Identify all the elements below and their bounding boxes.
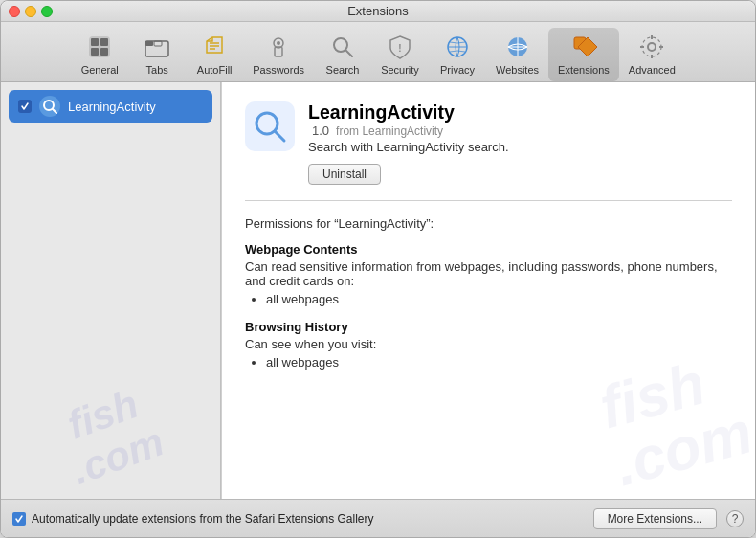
permission-section-webpage-contents: Webpage Contents Can read sensitive info… (245, 242, 732, 306)
svg-text:!: ! (398, 43, 401, 54)
extension-version: 1.0 (312, 123, 329, 138)
extension-icon (245, 101, 295, 151)
toolbar-item-websites[interactable]: Websites (486, 28, 548, 81)
extension-from: from LearningActivity (333, 124, 443, 138)
sidebar-item-name: LearningActivity (68, 100, 156, 114)
auto-update-checkbox[interactable] (12, 512, 26, 526)
toolbar-item-search[interactable]: Search (314, 28, 371, 81)
toolbar-item-autofill[interactable]: AutoFill (186, 28, 243, 81)
general-icon (84, 32, 115, 62)
search-toolbar-icon (327, 32, 358, 62)
toolbar-item-advanced[interactable]: Advanced (619, 28, 685, 81)
toolbar-item-extensions[interactable]: Extensions (548, 28, 619, 81)
svg-rect-3 (91, 48, 99, 56)
autofill-label: AutoFill (197, 64, 233, 76)
permission-item-2-1: all webpages (266, 355, 732, 370)
bottom-bar: Automatically update extensions from the… (1, 499, 755, 537)
svg-rect-1 (91, 38, 99, 46)
svg-point-26 (648, 43, 656, 51)
permission-list-2: all webpages (245, 355, 732, 370)
main-panel: LearningActivity 1.0 from LearningActivi… (221, 82, 755, 499)
permission-item-1-1: all webpages (266, 292, 732, 306)
title-bar: Extensions (1, 1, 755, 22)
minimize-button[interactable] (25, 6, 36, 17)
privacy-label: Privacy (440, 64, 475, 76)
extension-description: Search with LearningActivity search. (308, 140, 509, 154)
permission-title-2: Browsing History (245, 320, 732, 334)
permissions-title: Permissions for “LearningActivity”: (245, 216, 732, 231)
autofill-icon (199, 32, 230, 62)
toolbar-item-security[interactable]: ! Security (371, 28, 429, 81)
extension-header: LearningActivity 1.0 from LearningActivi… (245, 101, 732, 185)
auto-update-check[interactable]: Automatically update extensions from the… (12, 512, 584, 526)
extensions-label: Extensions (558, 64, 610, 76)
svg-rect-6 (145, 41, 153, 46)
sidebar-item-learning-activity[interactable]: LearningActivity (9, 90, 212, 123)
close-button[interactable] (9, 6, 20, 17)
websites-icon (502, 32, 533, 62)
privacy-icon (442, 32, 473, 62)
extension-sidebar-icon (39, 96, 60, 117)
advanced-icon (636, 32, 667, 62)
passwords-icon (263, 32, 294, 62)
security-label: Security (381, 64, 419, 76)
divider (245, 200, 732, 201)
help-button[interactable]: ? (726, 510, 744, 527)
passwords-label: Passwords (253, 64, 304, 76)
extension-name-row: LearningActivity 1.0 from LearningActivi… (308, 101, 509, 138)
permission-section-browsing-history: Browsing History Can see when you visit:… (245, 320, 732, 370)
permission-desc-1: Can read sensitive information from webp… (245, 259, 732, 288)
toolbar-item-passwords[interactable]: Passwords (243, 28, 314, 81)
svg-line-33 (53, 109, 56, 113)
window-title: Extensions (347, 4, 409, 18)
toolbar-item-tabs[interactable]: Tabs (128, 28, 186, 81)
svg-rect-2 (100, 38, 108, 46)
advanced-label: Advanced (629, 64, 676, 76)
svg-point-27 (642, 37, 661, 56)
security-icon: ! (385, 32, 415, 62)
search-label: Search (326, 64, 360, 76)
permission-desc-2: Can see when you visit: (245, 337, 732, 351)
uninstall-button[interactable]: Uninstall (308, 164, 381, 185)
websites-label: Websites (496, 64, 539, 76)
sidebar-watermark: fish.com (2, 360, 220, 499)
extension-checkbox[interactable] (18, 100, 32, 113)
toolbar-item-privacy[interactable]: Privacy (429, 28, 486, 81)
main-window: Extensions General (0, 0, 756, 538)
extension-details: LearningActivity 1.0 from LearningActivi… (308, 101, 509, 185)
tabs-label: Tabs (146, 64, 168, 76)
svg-line-15 (345, 50, 352, 56)
extension-name: LearningActivity (308, 101, 509, 123)
toolbar: General Tabs (1, 22, 755, 82)
more-extensions-button[interactable]: More Extensions... (593, 508, 717, 529)
svg-rect-4 (100, 48, 108, 56)
traffic-lights (9, 6, 53, 17)
content-area: LearningActivity fish.com LearningActivi… (1, 82, 755, 499)
permission-list-1: all webpages (245, 292, 732, 306)
maximize-button[interactable] (41, 6, 53, 17)
auto-update-label: Automatically update extensions from the… (32, 512, 374, 526)
svg-point-13 (277, 41, 280, 45)
sidebar: LearningActivity fish.com (1, 82, 221, 499)
toolbar-item-general[interactable]: General (71, 28, 128, 81)
extensions-icon (568, 32, 599, 62)
svg-line-35 (275, 131, 284, 141)
general-label: General (81, 64, 119, 76)
permission-title-1: Webpage Contents (245, 242, 732, 257)
tabs-icon (142, 32, 172, 62)
